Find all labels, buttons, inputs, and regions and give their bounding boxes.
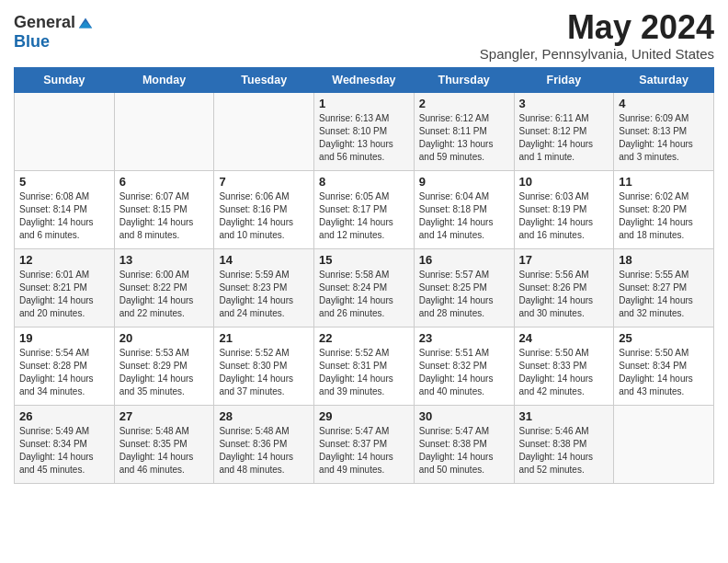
cell-content: Sunrise: 5:55 AMSunset: 8:27 PMDaylight:…: [619, 269, 709, 320]
day-number: 28: [219, 409, 309, 423]
calendar-cell: 7Sunrise: 6:06 AMSunset: 8:16 PMDaylight…: [214, 170, 314, 248]
calendar-cell: 4Sunrise: 6:09 AMSunset: 8:13 PMDaylight…: [614, 92, 714, 170]
calendar-table: SundayMondayTuesdayWednesdayThursdayFrid…: [14, 67, 714, 484]
week-row-5: 26Sunrise: 5:49 AMSunset: 8:34 PMDayligh…: [15, 405, 714, 483]
weekday-header-saturday: Saturday: [614, 67, 714, 92]
calendar-cell: 16Sunrise: 5:57 AMSunset: 8:25 PMDayligh…: [414, 248, 514, 327]
calendar-cell: 5Sunrise: 6:08 AMSunset: 8:14 PMDaylight…: [15, 170, 115, 248]
cell-content: Sunrise: 6:13 AMSunset: 8:10 PMDaylight:…: [319, 112, 409, 164]
day-number: 12: [19, 253, 109, 267]
logo-blue-text: Blue: [14, 32, 50, 52]
cell-content: Sunrise: 6:03 AMSunset: 8:19 PMDaylight:…: [519, 190, 609, 242]
calendar-cell: 21Sunrise: 5:52 AMSunset: 8:30 PMDayligh…: [214, 327, 314, 405]
cell-content: Sunrise: 5:51 AMSunset: 8:32 PMDaylight:…: [419, 347, 509, 398]
weekday-header-monday: Monday: [114, 67, 214, 92]
cell-content: Sunrise: 5:47 AMSunset: 8:37 PMDaylight:…: [319, 425, 409, 477]
day-number: 2: [419, 97, 509, 110]
calendar-cell: 18Sunrise: 5:55 AMSunset: 8:27 PMDayligh…: [614, 248, 714, 327]
weekday-header-thursday: Thursday: [414, 67, 514, 92]
calendar-cell: 14Sunrise: 5:59 AMSunset: 8:23 PMDayligh…: [214, 248, 314, 327]
cell-content: Sunrise: 6:04 AMSunset: 8:18 PMDaylight:…: [419, 190, 509, 242]
cell-content: Sunrise: 5:52 AMSunset: 8:31 PMDaylight:…: [319, 347, 409, 398]
weekday-header-friday: Friday: [514, 67, 614, 92]
week-row-4: 19Sunrise: 5:54 AMSunset: 8:28 PMDayligh…: [15, 327, 714, 405]
location-text: Spangler, Pennsylvania, United States: [480, 46, 714, 62]
calendar-cell: [114, 92, 214, 170]
cell-content: Sunrise: 6:05 AMSunset: 8:17 PMDaylight:…: [319, 190, 409, 242]
calendar-cell: 1Sunrise: 6:13 AMSunset: 8:10 PMDaylight…: [314, 92, 415, 170]
calendar-cell: 12Sunrise: 6:01 AMSunset: 8:21 PMDayligh…: [15, 248, 115, 327]
cell-content: Sunrise: 5:50 AMSunset: 8:33 PMDaylight:…: [519, 347, 609, 398]
day-number: 24: [519, 331, 609, 345]
day-number: 4: [619, 97, 709, 110]
calendar-cell: 11Sunrise: 6:02 AMSunset: 8:20 PMDayligh…: [614, 170, 714, 248]
logo: General Blue: [14, 9, 94, 52]
cell-content: Sunrise: 5:46 AMSunset: 8:38 PMDaylight:…: [519, 425, 609, 477]
calendar-cell: 6Sunrise: 6:07 AMSunset: 8:15 PMDaylight…: [114, 170, 214, 248]
calendar-cell: 28Sunrise: 5:48 AMSunset: 8:36 PMDayligh…: [214, 405, 314, 483]
day-number: 18: [619, 253, 709, 267]
svg-marker-1: [79, 21, 92, 28]
calendar-cell: 8Sunrise: 6:05 AMSunset: 8:17 PMDaylight…: [314, 170, 415, 248]
calendar-cell: 13Sunrise: 6:00 AMSunset: 8:22 PMDayligh…: [114, 248, 214, 327]
calendar-cell: 27Sunrise: 5:48 AMSunset: 8:35 PMDayligh…: [114, 405, 214, 483]
cell-content: Sunrise: 5:54 AMSunset: 8:28 PMDaylight:…: [19, 347, 109, 398]
calendar-cell: 29Sunrise: 5:47 AMSunset: 8:37 PMDayligh…: [314, 405, 415, 483]
cell-content: Sunrise: 5:52 AMSunset: 8:30 PMDaylight:…: [219, 347, 309, 398]
day-number: 21: [219, 331, 309, 345]
day-number: 13: [119, 253, 210, 267]
day-number: 22: [319, 331, 409, 345]
week-row-2: 5Sunrise: 6:08 AMSunset: 8:14 PMDaylight…: [15, 170, 714, 248]
cell-content: Sunrise: 5:47 AMSunset: 8:38 PMDaylight:…: [419, 425, 509, 477]
cell-content: Sunrise: 5:58 AMSunset: 8:24 PMDaylight:…: [319, 269, 409, 320]
page-header: General Blue May 2024 Spangler, Pennsylv…: [14, 9, 714, 62]
cell-content: Sunrise: 5:57 AMSunset: 8:25 PMDaylight:…: [419, 269, 509, 320]
calendar-cell: 2Sunrise: 6:12 AMSunset: 8:11 PMDaylight…: [414, 92, 514, 170]
calendar-cell: 10Sunrise: 6:03 AMSunset: 8:19 PMDayligh…: [514, 170, 614, 248]
cell-content: Sunrise: 5:50 AMSunset: 8:34 PMDaylight:…: [619, 347, 709, 398]
calendar-cell: 17Sunrise: 5:56 AMSunset: 8:26 PMDayligh…: [514, 248, 614, 327]
day-number: 25: [619, 331, 709, 345]
day-number: 14: [219, 253, 309, 267]
calendar-cell: 20Sunrise: 5:53 AMSunset: 8:29 PMDayligh…: [114, 327, 214, 405]
calendar-cell: 19Sunrise: 5:54 AMSunset: 8:28 PMDayligh…: [15, 327, 115, 405]
cell-content: Sunrise: 6:12 AMSunset: 8:11 PMDaylight:…: [419, 112, 509, 164]
day-number: 1: [319, 97, 409, 110]
cell-content: Sunrise: 6:06 AMSunset: 8:16 PMDaylight:…: [219, 190, 309, 242]
cell-content: Sunrise: 6:02 AMSunset: 8:20 PMDaylight:…: [619, 190, 709, 242]
cell-content: Sunrise: 5:49 AMSunset: 8:34 PMDaylight:…: [19, 425, 109, 477]
cell-content: Sunrise: 5:56 AMSunset: 8:26 PMDaylight:…: [519, 269, 609, 320]
title-section: May 2024 Spangler, Pennsylvania, United …: [480, 9, 714, 62]
calendar-cell: [15, 92, 115, 170]
logo-icon: [77, 15, 94, 31]
weekday-header-tuesday: Tuesday: [214, 67, 314, 92]
day-number: 15: [319, 253, 409, 267]
day-number: 30: [419, 409, 509, 423]
weekday-header-row: SundayMondayTuesdayWednesdayThursdayFrid…: [15, 67, 714, 92]
cell-content: Sunrise: 6:11 AMSunset: 8:12 PMDaylight:…: [519, 112, 609, 164]
day-number: 17: [519, 253, 609, 267]
day-number: 16: [419, 253, 509, 267]
month-title: May 2024: [480, 9, 714, 46]
calendar-cell: 23Sunrise: 5:51 AMSunset: 8:32 PMDayligh…: [414, 327, 514, 405]
day-number: 3: [519, 97, 609, 110]
cell-content: Sunrise: 5:48 AMSunset: 8:36 PMDaylight:…: [219, 425, 309, 477]
day-number: 27: [119, 409, 210, 423]
cell-content: Sunrise: 5:53 AMSunset: 8:29 PMDaylight:…: [119, 347, 210, 398]
day-number: 31: [519, 409, 609, 423]
cell-content: Sunrise: 6:01 AMSunset: 8:21 PMDaylight:…: [19, 269, 109, 320]
calendar-cell: [614, 405, 714, 483]
calendar-cell: 3Sunrise: 6:11 AMSunset: 8:12 PMDaylight…: [514, 92, 614, 170]
day-number: 29: [319, 409, 409, 423]
weekday-header-wednesday: Wednesday: [314, 67, 415, 92]
day-number: 20: [119, 331, 210, 345]
day-number: 5: [19, 175, 109, 189]
day-number: 9: [419, 175, 509, 189]
cell-content: Sunrise: 6:07 AMSunset: 8:15 PMDaylight:…: [119, 190, 210, 242]
calendar-cell: 31Sunrise: 5:46 AMSunset: 8:38 PMDayligh…: [514, 405, 614, 483]
week-row-3: 12Sunrise: 6:01 AMSunset: 8:21 PMDayligh…: [15, 248, 714, 327]
calendar-cell: 26Sunrise: 5:49 AMSunset: 8:34 PMDayligh…: [15, 405, 115, 483]
cell-content: Sunrise: 6:00 AMSunset: 8:22 PMDaylight:…: [119, 269, 210, 320]
day-number: 19: [19, 331, 109, 345]
day-number: 7: [219, 175, 309, 189]
